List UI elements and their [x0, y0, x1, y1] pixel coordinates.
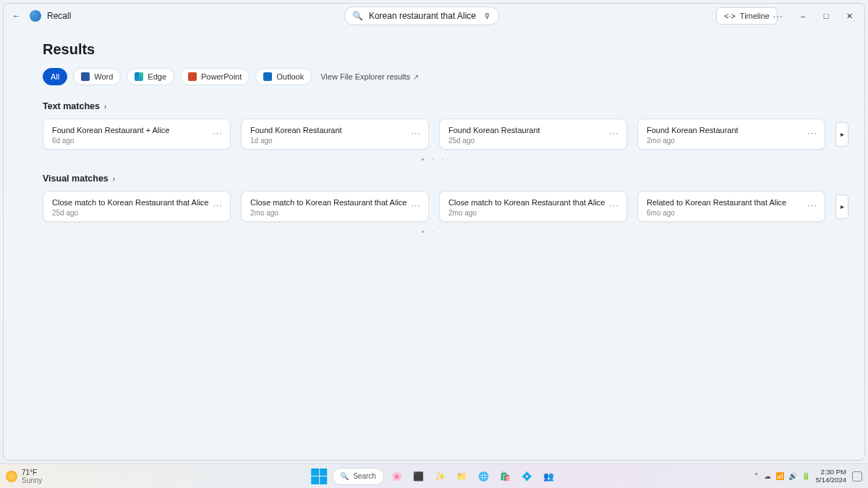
carousel-next-button[interactable]: ▸ — [835, 194, 848, 219]
taskbar-tray: ˄ ☁ 📶 🔊 🔋 2:30 PM5/14/2024 — [754, 468, 862, 484]
file-explorer-link[interactable]: View File Explorer results↗ — [320, 72, 419, 81]
word-icon — [81, 72, 90, 81]
result-card[interactable]: Close match to Korean Restaurant that Al… — [43, 191, 231, 222]
window-controls: ··· – □ ✕ — [765, 4, 860, 28]
result-card[interactable]: Found Korean Restaurant + Alice6d ago···… — [43, 119, 231, 150]
taskbar-copilot-icon[interactable]: ✨ — [432, 468, 449, 485]
section-visual-matches[interactable]: Visual matches› — [43, 174, 825, 184]
search-icon: 🔍 — [352, 11, 363, 21]
chevron-right-icon: › — [113, 175, 115, 183]
tray-chevron-icon[interactable]: ˄ — [754, 472, 758, 480]
outlook-icon — [263, 72, 272, 81]
mic-icon[interactable]: 🎙 — [483, 12, 491, 20]
search-input[interactable] — [369, 11, 477, 21]
app-window: ← Recall 🔍 🎙 <·> Timeline ··· – □ ✕ Resu… — [3, 3, 865, 461]
result-card[interactable]: Found Korean Restaurant1d ago··· Stoneko… — [241, 119, 429, 150]
weather-sun-icon — [6, 471, 17, 482]
taskbar-teams-icon[interactable]: 👥 — [540, 468, 558, 485]
text-matches-cards: Found Korean Restaurant + Alice6d ago···… — [43, 119, 825, 150]
result-card[interactable]: Close match to Korean Restaurant that Al… — [439, 191, 627, 222]
taskbar-store-icon[interactable]: 🛍️ — [497, 468, 514, 485]
filter-word[interactable]: Word — [73, 68, 121, 85]
card-more-button[interactable]: ··· — [411, 126, 421, 138]
app-title: Recall — [47, 11, 71, 21]
carousel-next-button[interactable]: ▸ — [835, 122, 848, 147]
visual-matches-cards: Close match to Korean Restaurant that Al… — [43, 191, 825, 222]
card-more-button[interactable]: ··· — [807, 198, 817, 210]
filter-all[interactable]: All — [43, 68, 67, 85]
taskbar-clock[interactable]: 2:30 PM5/14/2024 — [816, 468, 846, 484]
card-more-button[interactable]: ··· — [213, 126, 223, 138]
app-icon — [30, 10, 41, 22]
card-more-button[interactable]: ··· — [807, 126, 817, 138]
back-button[interactable]: ← — [9, 9, 24, 23]
maximize-button[interactable]: □ — [815, 7, 837, 25]
filter-row: All Word Edge PowerPoint Outlook View Fi… — [43, 68, 825, 85]
result-card[interactable]: Related to Korean Restaurant that Alice6… — [637, 191, 825, 222]
titlebar: ← Recall 🔍 🎙 <·> Timeline ··· – □ ✕ — [4, 4, 864, 28]
more-button[interactable]: ··· — [765, 10, 791, 22]
taskbar-explorer-icon[interactable]: 📁 — [454, 468, 471, 485]
tray-volume-icon[interactable]: 🔊 — [788, 472, 797, 480]
taskbar-weather[interactable]: 71°FSunny — [6, 468, 42, 484]
card-more-button[interactable]: ··· — [411, 198, 421, 210]
taskbar-app-icon[interactable]: 💠 — [519, 468, 536, 485]
filter-powerpoint[interactable]: PowerPoint — [180, 68, 250, 85]
minimize-button[interactable]: – — [792, 7, 814, 25]
tray-onedrive-icon[interactable]: ☁ — [764, 472, 771, 480]
result-card[interactable]: Found Korean Restaurant25d ago··· Google… — [439, 119, 627, 150]
taskbar: 71°FSunny 🔍Search 🌸 ⬛ ✨ 📁 🌐 🛍️ 💠 👥 ˄ ☁ 📶… — [0, 463, 868, 488]
filter-edge[interactable]: Edge — [127, 68, 174, 85]
result-card[interactable]: Close match to Korean Restaurant that Al… — [241, 191, 429, 222]
start-button[interactable] — [310, 468, 328, 485]
filter-outlook[interactable]: Outlook — [255, 68, 312, 85]
page-title: Results — [43, 41, 825, 58]
tray-battery-icon[interactable]: 🔋 — [801, 472, 810, 480]
card-more-button[interactable]: ··· — [213, 198, 223, 210]
carousel-indicator: • · · — [43, 155, 825, 163]
content-area: Results All Word Edge PowerPoint Outlook… — [4, 28, 864, 236]
section-text-matches[interactable]: Text matches› — [43, 101, 825, 111]
search-icon: 🔍 — [340, 472, 349, 480]
carousel-indicator: • · · — [43, 228, 825, 236]
close-button[interactable]: ✕ — [838, 7, 860, 25]
timeline-icon: <·> — [724, 12, 736, 20]
edge-icon — [135, 72, 143, 81]
taskbar-center: 🔍Search 🌸 ⬛ ✨ 📁 🌐 🛍️ 💠 👥 — [310, 468, 558, 485]
taskbar-taskview-icon[interactable]: ⬛ — [410, 468, 427, 485]
powerpoint-icon — [188, 72, 197, 81]
chevron-right-icon: › — [104, 103, 106, 111]
tray-wifi-icon[interactable]: 📶 — [775, 472, 784, 480]
taskbar-app-icon[interactable]: 🌸 — [388, 468, 406, 485]
card-more-button[interactable]: ··· — [609, 126, 619, 138]
card-more-button[interactable]: ··· — [609, 198, 619, 210]
taskbar-edge-icon[interactable]: 🌐 — [475, 468, 493, 485]
notifications-button[interactable] — [852, 471, 862, 481]
result-card[interactable]: Found Korean Restaurant2mo ago··· Doorda… — [637, 119, 825, 150]
external-link-icon: ↗ — [413, 73, 419, 81]
taskbar-search[interactable]: 🔍Search — [332, 468, 384, 485]
search-bar[interactable]: 🔍 🎙 — [344, 7, 499, 25]
